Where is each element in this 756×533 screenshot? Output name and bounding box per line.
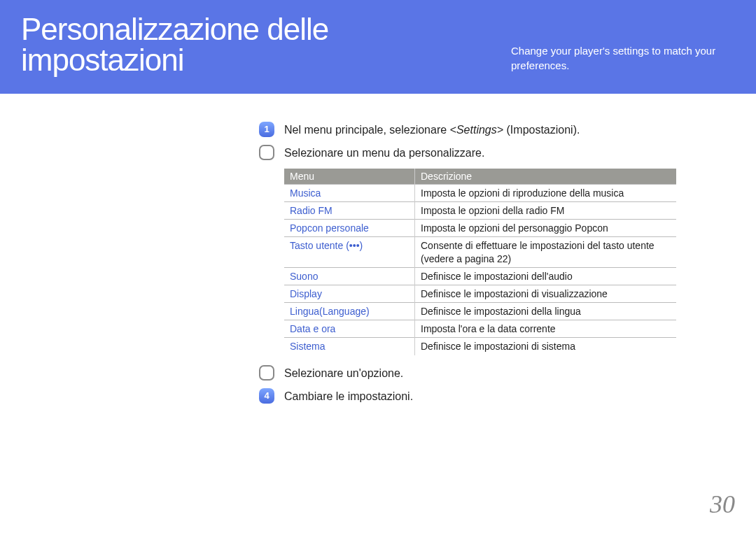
step-4: 4 Cambiare le impostazioni. [259,388,693,404]
step-text-2: Selezionare un menu da personalizzare. [284,145,484,161]
step-badge-3 [259,365,274,381]
step-2-pre: Selezionare un menu da personalizzare. [284,147,484,159]
menu-desc: Definisce le impostazioni di visualizzaz… [415,285,677,302]
menu-name: Musica [284,184,415,201]
page-header: Personalizzazione delle impostazioni Cha… [0,0,756,94]
menu-desc: Imposta le opzioni della radio FM [415,201,677,219]
menu-desc: Definisce le impostazioni di sistema [415,338,677,355]
settings-table: Menu Descrizione Musica Imposta le opzio… [284,169,676,355]
menu-desc: Definisce le impostazioni della lingua [415,303,677,320]
step-1-pre: Nel menu principale, selezionare [284,124,450,136]
menu-name: Popcon personale [284,220,415,237]
table-row: Radio FM Imposta le opzioni della radio … [284,201,676,219]
step-badge-4: 4 [259,388,274,404]
step-1-em: <Settings> [450,124,504,136]
menu-name: Tasto utente (•••) [284,237,415,267]
step-badge-1: 1 [259,122,274,137]
step-badge-2 [259,145,274,160]
step-1: 1 Nel menu principale, selezionare <Sett… [259,122,693,138]
step-1-post: (Impostazioni). [503,124,580,136]
table-row: Popcon personale Imposta le opzioni del … [284,220,676,237]
table-header-desc: Descrizione [415,169,677,185]
step-2: Selezionare un menu da personalizzare. [259,145,693,161]
table-row: Suono Definisce le impostazioni dell'aud… [284,267,676,285]
table-header-row: Menu Descrizione [284,169,676,185]
step-text-1: Nel menu principale, selezionare <Settin… [284,122,580,138]
menu-name: Sistema [284,338,415,355]
table-row: Musica Imposta le opzioni di riproduzion… [284,184,676,201]
menu-name: Display [284,285,415,302]
menu-name: Lingua(Language) [284,303,415,320]
menu-name: Data e ora [284,320,415,338]
step-text-3: Selezionare un'opzione. [284,365,403,381]
menu-desc: Imposta l'ora e la data corrente [415,320,677,338]
page-title: Personalizzazione delle impostazioni [21,14,497,76]
content-area: 1 Nel menu principale, selezionare <Sett… [0,94,693,404]
table-row: Data e ora Imposta l'ora e la data corre… [284,320,676,338]
page-number: 30 [710,490,735,519]
menu-desc: Imposta le opzioni di riproduzione della… [415,184,677,201]
menu-desc: Definisce le impostazioni dell'audio [415,267,677,285]
menu-name: Radio FM [284,201,415,219]
menu-name: Suono [284,267,415,285]
step-3: Selezionare un'opzione. [259,365,693,381]
table-header-menu: Menu [284,169,415,185]
menu-desc: Consente di effettuare le impostazioni d… [415,237,677,267]
table-row: Display Definisce le impostazioni di vis… [284,285,676,302]
table-row: Tasto utente (•••) Consente di effettuar… [284,237,676,267]
step-4-pre: Cambiare le impostazioni. [284,390,413,402]
page-subtitle: Change your player's settings to match y… [511,43,735,73]
menu-desc: Imposta le opzioni del personaggio Popco… [415,220,677,237]
table-row: Lingua(Language) Definisce le impostazio… [284,303,676,320]
step-3-pre: Selezionare un'opzione. [284,367,403,379]
step-text-4: Cambiare le impostazioni. [284,388,413,404]
table-row: Sistema Definisce le impostazioni di sis… [284,338,676,355]
